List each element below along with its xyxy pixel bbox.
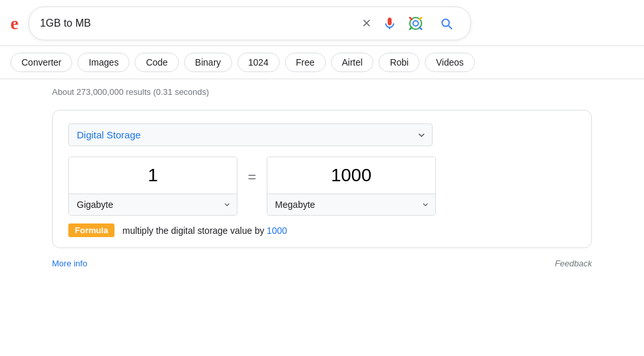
converter-row: Gigabyte Megabyte Kilobyte Byte Terabyte… xyxy=(68,157,576,216)
search-button[interactable] xyxy=(433,12,460,34)
top-bar: e xyxy=(0,0,644,46)
pill-code[interactable]: Code xyxy=(135,53,178,72)
svg-line-5 xyxy=(420,27,422,29)
svg-line-2 xyxy=(410,18,412,19)
search-input[interactable] xyxy=(40,18,355,29)
right-value-block: Megabyte Gigabyte Kilobyte Byte Terabyte xyxy=(267,157,436,216)
footer-row: More info Feedback xyxy=(0,253,644,271)
clear-button[interactable] xyxy=(360,15,373,32)
svg-line-3 xyxy=(420,18,422,19)
left-value-block: Gigabyte Megabyte Kilobyte Byte Terabyte xyxy=(68,157,237,216)
results-count: About 273,000,000 results (0.31 seconds) xyxy=(52,87,209,97)
pill-1024[interactable]: 1024 xyxy=(237,53,280,72)
microphone-button[interactable] xyxy=(381,14,399,32)
formula-highlight: 1000 xyxy=(267,225,287,236)
category-row: Digital Storage xyxy=(68,123,576,146)
right-unit-dropdown[interactable]: Megabyte Gigabyte Kilobyte Byte Terabyte xyxy=(267,194,435,215)
formula-badge: Formula xyxy=(68,223,114,237)
feedback-link[interactable]: Feedback xyxy=(555,259,592,268)
svg-line-4 xyxy=(410,27,412,29)
lens-button[interactable] xyxy=(407,14,425,32)
svg-point-1 xyxy=(413,21,418,26)
formula-row: Formula multiply the digital storage val… xyxy=(68,223,576,237)
right-value-input[interactable] xyxy=(267,157,435,194)
google-logo: e xyxy=(10,13,18,34)
formula-before: multiply the digital storage value by xyxy=(122,225,267,236)
formula-text: multiply the digital storage value by 10… xyxy=(122,225,287,236)
left-unit-dropdown[interactable]: Gigabyte Megabyte Kilobyte Byte Terabyte xyxy=(69,194,237,215)
pill-images[interactable]: Images xyxy=(77,53,129,72)
pill-binary[interactable]: Binary xyxy=(184,53,232,72)
search-icons xyxy=(360,12,460,34)
more-info-link[interactable]: More info xyxy=(52,259,87,268)
left-value-input[interactable] xyxy=(69,157,237,194)
equals-sign: = xyxy=(237,169,267,186)
category-dropdown[interactable]: Digital Storage xyxy=(68,123,433,146)
converter-card: Digital Storage Gigabyte Megabyte Kiloby… xyxy=(52,110,592,248)
suggestion-pills: Converter Images Code Binary 1024 Free A… xyxy=(0,46,644,79)
lens-icon-svg xyxy=(408,16,423,31)
search-icon-svg xyxy=(439,16,453,31)
results-info: About 273,000,000 results (0.31 seconds) xyxy=(0,79,644,105)
pill-converter[interactable]: Converter xyxy=(10,53,72,72)
pill-airtel[interactable]: Airtel xyxy=(331,53,374,72)
mic-icon-svg xyxy=(382,16,397,31)
search-bar xyxy=(29,6,471,40)
pill-free[interactable]: Free xyxy=(285,53,326,72)
pill-videos[interactable]: Videos xyxy=(425,53,475,72)
pill-robi[interactable]: Robi xyxy=(379,53,420,72)
